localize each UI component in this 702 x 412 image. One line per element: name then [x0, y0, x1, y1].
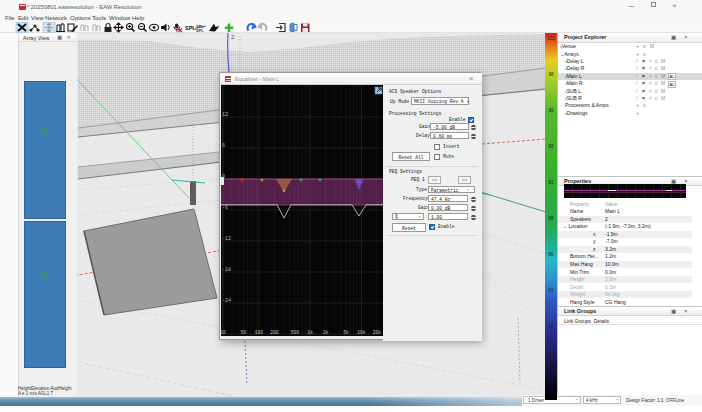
- svg-text:12: 12: [222, 112, 228, 118]
- svg-text:20: 20: [221, 330, 226, 335]
- svg-text:20k: 20k: [373, 330, 382, 335]
- svg-text:500: 500: [291, 330, 300, 335]
- svg-text:-6: -6: [222, 205, 228, 211]
- svg-text:5k: 5k: [343, 330, 349, 335]
- svg-text:2k: 2k: [323, 330, 329, 335]
- svg-text:50: 50: [241, 330, 247, 335]
- svg-text:100: 100: [255, 330, 264, 335]
- svg-text:200: 200: [270, 330, 279, 335]
- svg-text:-12: -12: [222, 236, 231, 242]
- svg-text:10k: 10k: [357, 330, 366, 335]
- svg-text:1k: 1k: [307, 330, 313, 335]
- svg-text:-24: -24: [222, 298, 231, 304]
- svg-text:2: 2: [231, 34, 235, 40]
- svg-text:SPL: SPL: [185, 25, 196, 31]
- svg-text:-18: -18: [222, 267, 231, 273]
- svg-text:0: 0: [222, 174, 225, 180]
- svg-text:6: 6: [222, 143, 225, 149]
